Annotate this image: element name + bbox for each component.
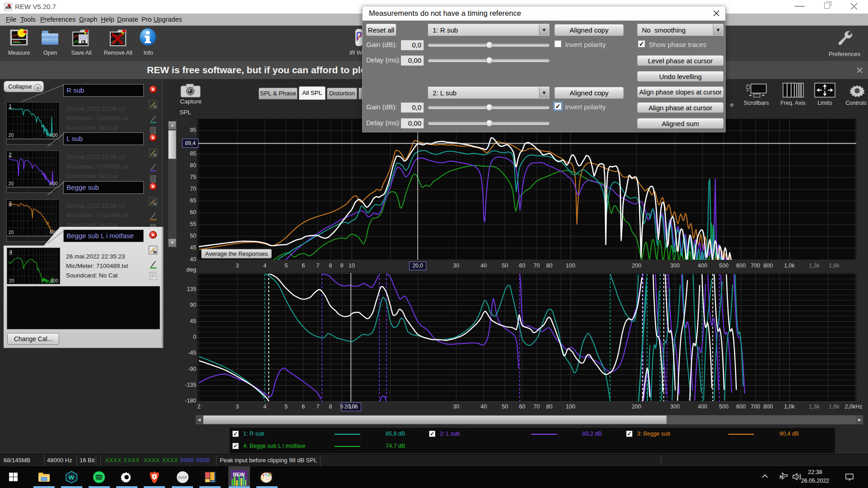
- svg-text:W: W: [69, 474, 75, 481]
- svg-text:DSP: DSP: [178, 475, 187, 480]
- svg-text:REW: REW: [233, 472, 245, 477]
